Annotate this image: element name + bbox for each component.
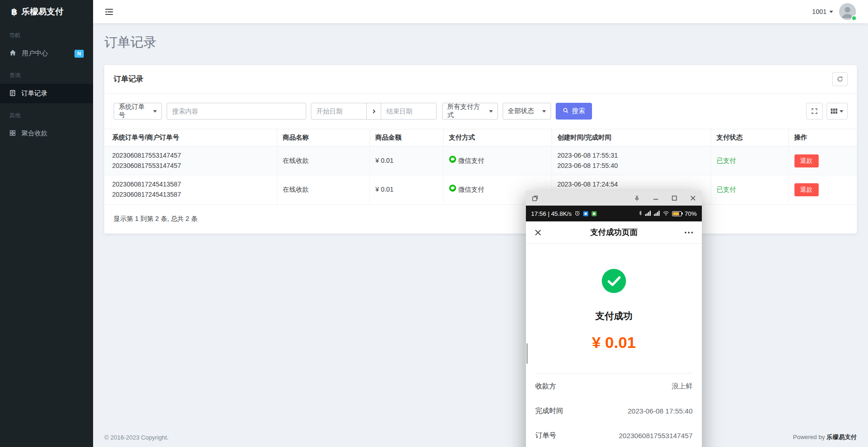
column-header: 操作 [788, 129, 857, 147]
maximize-button[interactable] [672, 195, 677, 201]
close-icon[interactable] [534, 229, 542, 236]
sidebar: ฿ 乐檬易支付 导航 用户中心 N 查询 订单记录 其他 聚合收款 [0, 0, 93, 447]
more-options-icon[interactable] [684, 231, 693, 234]
close-button[interactable] [690, 195, 696, 201]
payment-result-window: 17:56 | 45.8K/s 70% [526, 191, 702, 447]
sidebar-section-other: 其他 [0, 103, 93, 124]
table-row: 2023060817245413587 2023060817245413587 … [104, 175, 857, 204]
topbar-right: 1001 [812, 3, 856, 20]
user-id-label: 1001 [812, 8, 827, 15]
brand-name: 乐檬易支付 [21, 6, 63, 17]
detail-value: 2023-06-08 17:55:40 [628, 407, 693, 415]
sidebar-section-nav: 导航 [0, 23, 93, 44]
product-name-cell: 在线收款 [277, 175, 370, 204]
payment-success-text: 支付成功 [526, 310, 702, 322]
powered-brand: 乐檬易支付 [827, 434, 857, 440]
order-numbers-cell: 2023060817245413587 2023060817245413587 [104, 175, 277, 204]
wifi-icon [663, 210, 669, 217]
action-cell: 退款 [788, 147, 857, 175]
detail-row: 完成时间 2023-06-08 17:55:40 [535, 399, 693, 423]
card-title: 订单记录 [114, 74, 143, 84]
status-badge: 已支付 [717, 186, 736, 193]
status-badge: 已支付 [717, 157, 736, 164]
window-controls [634, 195, 696, 201]
window-titlebar[interactable] [526, 191, 702, 206]
order-type-select[interactable]: 系统订单号 [114, 103, 162, 120]
date-range-group [311, 103, 437, 120]
detail-row: 订单号 2023060817553147457 [535, 423, 693, 447]
payment-page-header: 支付成功页面 [526, 221, 702, 244]
sidebar-item-label: 用户中心 [22, 49, 48, 58]
list-icon [9, 90, 16, 98]
page-title: 订单记录 [104, 33, 857, 51]
column-header: 支付方式 [443, 129, 552, 147]
date-range-arrow-button[interactable] [366, 103, 381, 120]
merchant-order-no: 2023060817245413587 [112, 190, 271, 200]
status-cell: 已支付 [711, 175, 788, 204]
column-header: 支付状态 [711, 129, 788, 147]
page-footer: © 2016-2023 Copyright. Powered by 乐檬易支付 [104, 433, 857, 441]
amount-cell: ¥ 0.01 [370, 175, 443, 204]
start-date-input[interactable] [311, 103, 367, 120]
pagination-summary: 显示第 1 到第 2 条, 总共 2 条 [104, 205, 857, 234]
user-dropdown[interactable]: 1001 [812, 8, 833, 15]
search-button[interactable]: 搜索 [556, 103, 592, 120]
copyright-text: © 2016-2023 Copyright. [104, 434, 168, 441]
sidebar-toggle-icon[interactable] [105, 9, 113, 15]
phone-statusbar: 17:56 | 45.8K/s 70% [526, 206, 702, 221]
pay-method-select[interactable]: 所有支付方式 [442, 103, 498, 120]
detail-label: 完成时间 [535, 407, 563, 415]
pin-button[interactable] [634, 195, 640, 201]
avatar[interactable] [839, 3, 856, 20]
columns-button[interactable] [827, 103, 848, 120]
detail-row: 收款方 浪上鲜 [535, 374, 693, 399]
product-name-cell: 在线收款 [277, 147, 370, 175]
sidebar-item-user-center[interactable]: 用户中心 N [0, 44, 93, 63]
chevron-down-icon [153, 110, 157, 113]
status-select[interactable]: 全部状态 [503, 103, 551, 120]
statusbar-time-speed: 17:56 | 45.8K/s [531, 210, 572, 217]
status-cell: 已支付 [711, 147, 788, 175]
pay-method-cell: 微信支付 [443, 147, 552, 175]
orders-table: 系统订单号/商户订单号 商品名称 商品金额 支付方式 创建时间/完成时间 支付状… [104, 129, 857, 205]
sidebar-item-aggregate-pay[interactable]: 聚合收款 [0, 124, 93, 143]
chevron-down-icon [542, 110, 546, 113]
search-icon [563, 107, 569, 115]
filter-toolbar: 系统订单号 所有支付方式 全部状态 [104, 93, 857, 129]
refresh-button[interactable] [832, 72, 848, 86]
sidebar-item-label: 聚合收款 [21, 129, 47, 138]
powered-by-text: Powered by 乐檬易支付 [793, 433, 857, 441]
alarm-icon [575, 210, 580, 217]
app-notification-icon [583, 211, 588, 216]
payment-amount: ¥ 0.01 [526, 334, 702, 352]
online-status-dot [851, 15, 857, 21]
time-cell: 2023-06-08 17:55:31 2023-06-08 17:55:40 [552, 147, 711, 175]
sidebar-section-query: 查询 [0, 63, 93, 84]
refund-button[interactable]: 退款 [794, 183, 819, 196]
search-input[interactable] [167, 103, 306, 120]
fullscreen-button[interactable] [806, 103, 823, 120]
end-date-input[interactable] [381, 103, 437, 120]
table-header-row: 系统订单号/商户订单号 商品名称 商品金额 支付方式 创建时间/完成时间 支付状… [104, 129, 857, 147]
payment-result-body: 支付成功 ¥ 0.01 收款方 浪上鲜 完成时间 2023-06-08 17:5… [526, 244, 702, 447]
app-root: ฿ 乐檬易支付 导航 用户中心 N 查询 订单记录 其他 聚合收款 [0, 0, 868, 447]
column-header: 系统订单号/商户订单号 [104, 129, 277, 147]
chevron-down-icon [489, 110, 493, 113]
battery-icon [672, 211, 682, 216]
sidebar-item-order-records[interactable]: 订单记录 [0, 84, 93, 103]
minimize-button[interactable] [653, 195, 659, 201]
detail-label: 订单号 [535, 431, 556, 440]
brand-icon: ฿ [11, 7, 17, 17]
column-header: 商品金额 [370, 129, 443, 147]
order-numbers-cell: 2023060817553147457 2023060817553147457 [104, 147, 277, 175]
column-header: 创建时间/完成时间 [552, 129, 711, 147]
signal-icon [645, 210, 651, 217]
overlay-scrollbar[interactable] [526, 343, 528, 364]
window-mode-icon[interactable] [532, 195, 538, 201]
detail-label: 收款方 [535, 382, 556, 391]
brand[interactable]: ฿ 乐檬易支付 [0, 0, 93, 23]
payment-page-title: 支付成功页面 [526, 227, 702, 238]
refund-button[interactable]: 退款 [794, 154, 819, 167]
app-notification-icon [592, 211, 597, 216]
action-cell: 退款 [788, 175, 857, 204]
